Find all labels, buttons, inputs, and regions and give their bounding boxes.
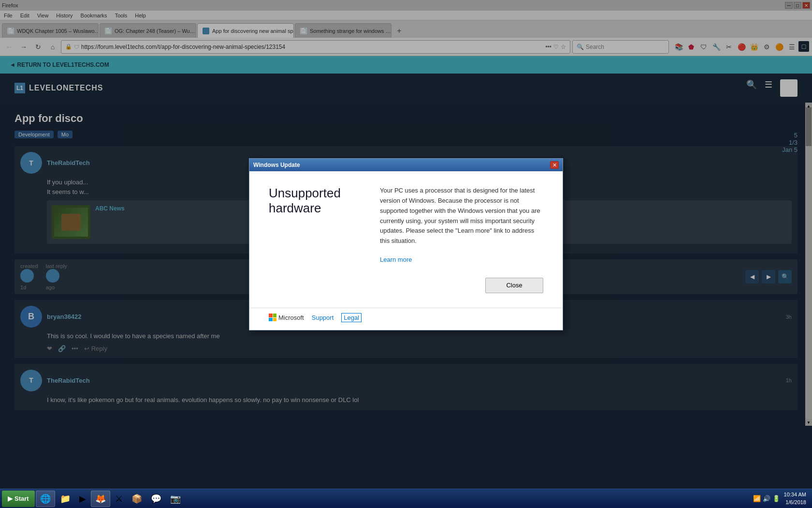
taskbar-discord-icon[interactable]: 💬 [147, 491, 165, 507]
support-link[interactable]: Support [312, 314, 334, 321]
dialog-close-row: Close [380, 278, 543, 293]
taskbar-game-icon[interactable]: ⚔ [111, 491, 127, 507]
taskbar-app-icon[interactable]: 📦 [128, 491, 146, 507]
tray-icons: 📶 🔊 🔋 [753, 495, 780, 502]
taskbar-clock[interactable]: 10:34 AM 1/6/2018 [784, 491, 806, 506]
learn-more-link[interactable]: Learn more [380, 256, 543, 263]
taskbar-ie-icon[interactable]: 🌐 [36, 491, 55, 507]
clock-time: 10:34 AM [784, 491, 806, 498]
microsoft-logo: Microsoft [269, 314, 304, 321]
tray-battery-icon[interactable]: 🔋 [772, 495, 780, 502]
ms-flag-icon [269, 314, 276, 321]
dialog-overlay: Windows Update ✕ Unsupported hardware Yo… [0, 0, 812, 489]
ms-flag-red [269, 314, 273, 317]
start-label: Start [14, 495, 29, 502]
ms-flag-green [273, 314, 277, 317]
dialog-right-panel: Your PC uses a processor that is designe… [380, 186, 543, 298]
dialog-titlebar-close[interactable]: ✕ [550, 161, 559, 169]
taskbar-photo-icon[interactable]: 📷 [166, 491, 185, 507]
taskbar: ▶ Start 🌐 📁 ▶ 🦊 ⚔ 📦 💬 📷 📶 🔊 🔋 10:34 AM 1… [0, 489, 812, 508]
start-button[interactable]: ▶ Start [2, 491, 35, 507]
taskbar-explorer-icon[interactable]: 📁 [56, 491, 74, 507]
taskbar-media-icon[interactable]: ▶ [75, 491, 90, 507]
windows-update-dialog: Windows Update ✕ Unsupported hardware Yo… [249, 158, 563, 330]
taskbar-firefox-icon[interactable]: 🦊 [91, 491, 110, 507]
dialog-left-panel: Unsupported hardware [269, 186, 365, 298]
tray-network-icon[interactable]: 📶 [753, 495, 761, 502]
ms-flag-blue [269, 318, 273, 322]
taskbar-tray: 📶 🔊 🔋 10:34 AM 1/6/2018 [749, 491, 810, 506]
dialog-heading: Unsupported hardware [269, 186, 365, 216]
tray-sound-icon[interactable]: 🔊 [763, 495, 770, 502]
legal-link[interactable]: Legal [341, 313, 362, 322]
ms-flag-yellow [273, 318, 277, 322]
dialog-title: Windows Update [253, 162, 300, 168]
dialog-close-button[interactable]: Close [485, 278, 543, 293]
dialog-message: Your PC uses a processor that is designe… [380, 186, 543, 246]
start-icon: ▶ [8, 495, 13, 502]
dialog-titlebar: Windows Update ✕ [249, 159, 563, 171]
dialog-footer: Microsoft Support Legal [249, 308, 563, 330]
microsoft-text: Microsoft [278, 314, 304, 321]
clock-date: 1/6/2018 [784, 499, 806, 506]
dialog-body: Unsupported hardware Your PC uses a proc… [249, 171, 563, 308]
